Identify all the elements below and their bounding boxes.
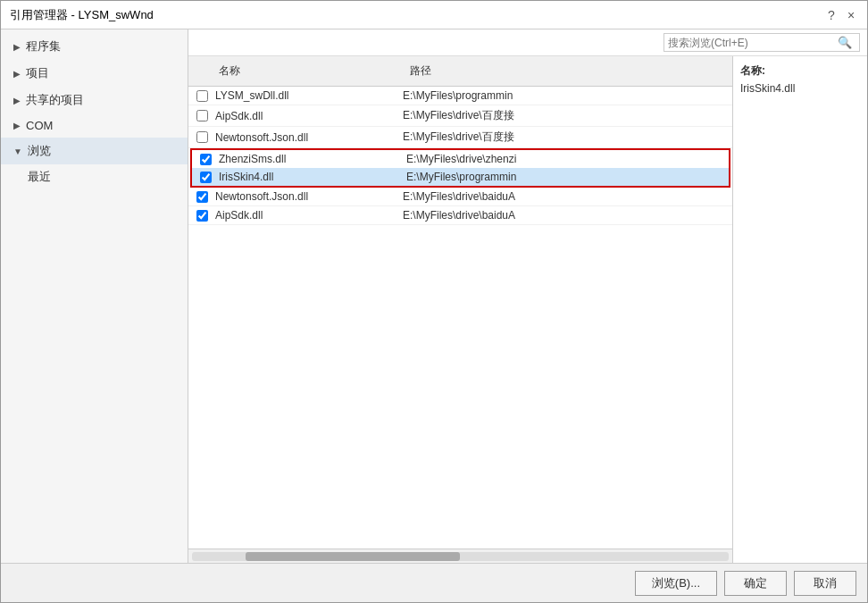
detail-label: 名称: [740, 63, 860, 79]
arrow-icon: ▶ [13, 121, 21, 130]
ok-button[interactable]: 确定 [724, 571, 787, 596]
table-row[interactable]: LYSM_swDll.dll E:\MyFiles\programmin [188, 87, 732, 105]
search-bar: 🔍 [188, 29, 867, 56]
sidebar-item-com[interactable]: ▶ COM [1, 113, 188, 138]
checkbox-5[interactable] [200, 172, 212, 183]
sidebar: ▶ 程序集 ▶ 项目 ▶ 共享的项目 ▶ COM ▼ 浏览 最近 [1, 29, 188, 563]
row-name-3: Newtonsoft.Json.dll [215, 131, 403, 144]
sidebar-item-shared[interactable]: ▶ 共享的项目 [1, 87, 188, 113]
checkbox-2[interactable] [196, 110, 208, 121]
close-button[interactable]: × [844, 8, 858, 22]
row-path-1: E:\MyFiles\programmin [403, 89, 732, 102]
row-name-2: AipSdk.dll [215, 110, 403, 122]
middle-pane: 名称 路径 LYSM_swDll.dll E:\MyFiles\programm… [188, 56, 867, 563]
reference-manager-window: 引用管理器 - LYSM_swWnd ? × ▶ 程序集 ▶ 项目 ▶ 共享的项… [0, 0, 868, 603]
arrow-icon: ▼ [13, 147, 22, 156]
row-name-1: LYSM_swDll.dll [215, 89, 403, 102]
sidebar-item-projects[interactable]: ▶ 项目 [1, 60, 188, 87]
row-check-6[interactable] [188, 191, 215, 203]
checkbox-4[interactable] [200, 154, 212, 165]
row-name-7: AipSdk.dll [215, 209, 403, 222]
row-check-1[interactable] [188, 90, 215, 102]
sidebar-item-browse[interactable]: ▼ 浏览 [1, 138, 188, 164]
horizontal-scrollbar[interactable] [188, 549, 732, 563]
row-check-4[interactable] [192, 154, 219, 165]
help-button[interactable]: ? [824, 8, 839, 22]
checkbox-7[interactable] [196, 210, 208, 222]
path-column-header: 路径 [403, 60, 732, 82]
table-row[interactable]: AipSdk.dll E:\MyFiles\drive\百度接 [188, 105, 732, 127]
list-body: LYSM_swDll.dll E:\MyFiles\programmin Aip… [188, 87, 732, 549]
row-name-4: ZhenziSms.dll [219, 153, 406, 165]
table-row[interactable]: Newtonsoft.Json.dll E:\MyFiles\drive\bai… [188, 188, 732, 206]
arrow-icon: ▶ [13, 42, 21, 52]
sidebar-item-assemblies[interactable]: ▶ 程序集 [1, 33, 188, 60]
row-check-7[interactable] [188, 210, 215, 222]
cancel-button[interactable]: 取消 [794, 571, 856, 596]
detail-value: IrisSkin4.dll [740, 82, 860, 95]
row-path-4: E:\MyFiles\drive\zhenzi [406, 153, 729, 165]
row-path-6: E:\MyFiles\drive\baiduA [403, 190, 732, 203]
content-area: 🔍 名称 路径 [188, 29, 867, 563]
list-panel: 名称 路径 LYSM_swDll.dll E:\MyFiles\programm… [188, 56, 733, 563]
arrow-icon: ▶ [13, 96, 21, 105]
row-path-2: E:\MyFiles\drive\百度接 [403, 108, 732, 123]
table-row[interactable]: IrisSkin4.dll E:\MyFiles\programmin [190, 168, 730, 188]
browse-button[interactable]: 浏览(B)... [635, 571, 717, 596]
name-column-header: 名称 [188, 60, 403, 82]
table-row[interactable]: ZhenziSms.dll E:\MyFiles\drive\zhenzi [190, 148, 730, 168]
row-name-6: Newtonsoft.Json.dll [215, 190, 403, 203]
main-content: ▶ 程序集 ▶ 项目 ▶ 共享的项目 ▶ COM ▼ 浏览 最近 [1, 29, 867, 563]
arrow-icon: ▶ [13, 69, 21, 79]
sidebar-item-label: COM [26, 119, 53, 132]
scrollbar-thumb[interactable] [246, 552, 460, 561]
table-row[interactable]: Newtonsoft.Json.dll E:\MyFiles\drive\百度接 [188, 127, 732, 148]
row-check-3[interactable] [188, 131, 215, 143]
checkbox-1[interactable] [196, 90, 208, 102]
row-path-3: E:\MyFiles\drive\百度接 [403, 130, 732, 145]
title-bar: 引用管理器 - LYSM_swWnd ? × [1, 1, 867, 29]
checkbox-3[interactable] [196, 131, 208, 143]
sidebar-subitem-recent[interactable]: 最近 [1, 164, 188, 189]
search-input-wrapper[interactable]: 🔍 [664, 33, 860, 52]
sidebar-item-label: 浏览 [28, 143, 51, 159]
detail-panel: 名称: IrisSkin4.dll [733, 56, 867, 563]
search-input[interactable] [668, 37, 838, 49]
list-header: 名称 路径 [188, 56, 732, 87]
scrollbar-track[interactable] [192, 552, 729, 561]
row-path-5: E:\MyFiles\programmin [406, 171, 729, 183]
window-title: 引用管理器 - LYSM_swWnd [10, 7, 154, 23]
footer: 浏览(B)... 确定 取消 [1, 563, 867, 602]
sidebar-item-label: 项目 [26, 65, 49, 81]
row-check-2[interactable] [188, 110, 215, 121]
row-path-7: E:\MyFiles\drive\baiduA [403, 209, 732, 222]
row-check-5[interactable] [192, 172, 219, 183]
sidebar-subitem-label: 最近 [28, 170, 51, 183]
sidebar-item-label: 程序集 [26, 38, 61, 54]
sidebar-item-label: 共享的项目 [26, 92, 84, 108]
title-controls: ? × [824, 8, 858, 22]
row-name-5: IrisSkin4.dll [219, 171, 406, 183]
search-icon[interactable]: 🔍 [838, 36, 852, 49]
checkbox-6[interactable] [196, 191, 208, 203]
table-row[interactable]: AipSdk.dll E:\MyFiles\drive\baiduA [188, 206, 732, 225]
